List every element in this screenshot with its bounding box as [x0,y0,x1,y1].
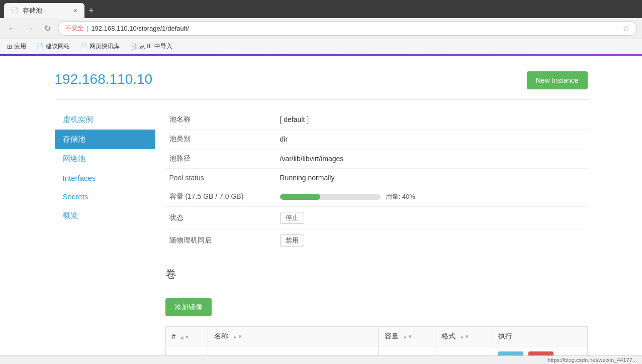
pool-name-row: 池名称 [ default ] [165,110,588,130]
pool-state-row: 状态 停止 [165,207,588,229]
sidebar-item-secrets[interactable]: Secrets [55,187,155,206]
bookmark-label: 建议网站 [46,42,70,51]
sidebar-item-overview[interactable]: 概览 [55,206,155,225]
ie-import-icon: 📑 [130,43,137,50]
pool-info-table: 池名称 [ default ] 池类别 dir 池路径 /var/lib/lib… [165,110,588,252]
add-image-button[interactable]: 添加镜像 [165,298,212,316]
col-format: 格式 ▲▼ [435,327,492,346]
pool-type-row: 池类别 dir [165,130,588,149]
pool-type-value: dir [276,130,588,149]
quickbar-icon: 📄 [80,43,87,50]
col-number: # ▲▼ [165,327,208,346]
pool-capacity-value: 用量: 40% [276,187,588,207]
col-name: 名称 ▲▼ [208,327,379,346]
bookmark-quickbar[interactable]: 📄 网页快讯库 [78,41,122,52]
bookmark-label: 从 IE 中导入 [139,42,172,51]
pool-status-label: Pool status [165,169,276,187]
pool-autostart-badge-cell: 禁用 [276,229,588,252]
bookmark-label: 应用 [14,42,26,51]
volumes-divider [165,290,588,290]
tab-favicon: 📄 [11,7,19,14]
usage-label: 用量: 40% [386,192,415,201]
usage-bar-container: 用量: 40% [280,192,584,201]
suggest-icon: 📄 [36,43,44,50]
close-tab-button[interactable]: × [73,7,77,15]
pool-capacity-row: 容量 (17.5 GB / 7.0 GB) 用量: 40% [165,187,588,207]
pool-name-label: 池名称 [165,110,276,130]
new-tab-button[interactable]: + [84,4,98,18]
header-divider [55,99,588,100]
sidebar-item-interfaces[interactable]: Interfaces [55,169,155,187]
tab-bar: 📄 存储池 × + [4,3,98,18]
forward-button[interactable]: → [23,23,37,34]
pool-state-badge-cell: 停止 [276,207,588,229]
status-url: https://blog.csdn.net/weixin_44177... [547,357,637,363]
pool-type-label: 池类别 [165,130,276,149]
volumes-section-title: 卷 [165,267,588,282]
address-url: 192.168.110.10/storage/1/default/ [91,25,189,32]
bookmark-label: 网页快讯库 [89,42,120,51]
sort-icon-format[interactable]: ▲▼ [460,334,470,339]
col-action: 执行 [492,327,587,346]
pool-path-label: 池路径 [165,149,276,169]
pool-status-value: Running normally [276,169,588,187]
back-button[interactable]: ← [5,23,19,34]
sidebar: 虚机实例 存储池 网络池 Interfaces Secrets 概览 [55,110,155,364]
new-instance-button[interactable]: New Instance [527,71,588,89]
security-indicator: 不安全 [65,24,83,33]
usage-bar-track [280,194,381,200]
bookmark-ie-import[interactable]: 📑 从 IE 中导入 [128,41,174,52]
bookmark-apps[interactable]: ⊞ 应用 [5,41,28,52]
sort-icon-name[interactable]: ▲▼ [232,334,242,339]
pool-path-row: 池路径 /var/lib/libvirt/images [165,149,588,169]
page-title: 192.168.110.10 [55,71,153,87]
pool-autostart-label: 随物理机同启 [165,229,276,252]
refresh-button[interactable]: ↻ [41,23,54,34]
pool-state-badge: 停止 [280,212,304,224]
pool-capacity-label: 容量 (17.5 GB / 7.0 GB) [165,187,276,207]
pool-autostart-badge: 禁用 [280,234,304,247]
sidebar-item-storage[interactable]: 存储池 [55,130,155,149]
main-wrapper: 192.168.110.10 New Instance 虚机实例 存储池 网络池… [0,54,642,364]
apps-icon: ⊞ [7,43,12,50]
pool-status-row: Pool status Running normally [165,169,588,187]
sidebar-item-vm[interactable]: 虚机实例 [55,110,155,130]
bookmark-star-button[interactable]: ☆ [622,24,629,33]
volumes-table-header: # ▲▼ 名称 ▲▼ 容量 ▲▼ [165,327,587,346]
right-content: 池名称 [ default ] 池类别 dir 池路径 /var/lib/lib… [155,110,588,364]
sort-icon-capacity[interactable]: ▲▼ [403,334,413,339]
page-header: 192.168.110.10 New Instance [55,71,588,89]
two-col-layout: 虚机实例 存储池 网络池 Interfaces Secrets 概览 [55,110,588,364]
pool-state-label: 状态 [165,207,276,229]
sidebar-item-network[interactable]: 网络池 [55,149,155,169]
active-tab[interactable]: 📄 存储池 × [4,3,84,18]
bookmark-suggest[interactable]: 📄 建议网站 [34,41,72,52]
content-area: 192.168.110.10 New Instance 虚机实例 存储池 网络池… [45,56,598,364]
pool-autostart-row: 随物理机同启 禁用 [165,229,588,252]
tab-title: 存储池 [23,6,42,15]
sort-icon-number[interactable]: ▲▼ [179,334,190,340]
pool-name-value: [ default ] [276,110,588,130]
address-bar-row: ← → ↻ 不安全 | 192.168.110.10/storage/1/def… [0,18,642,39]
bookmarks-bar: ⊞ 应用 📄 建议网站 📄 网页快讯库 📑 从 IE 中导入 [0,39,642,54]
status-bar: https://blog.csdn.net/weixin_44177... [0,355,642,364]
browser-chrome: 📄 存储池 × + [0,0,642,18]
pool-path-value: /var/lib/libvirt/images [276,149,588,169]
usage-bar-fill [280,194,320,200]
col-capacity: 容量 ▲▼ [378,327,435,346]
address-bar[interactable]: 不安全 | 192.168.110.10/storage/1/default/ … [58,21,637,36]
